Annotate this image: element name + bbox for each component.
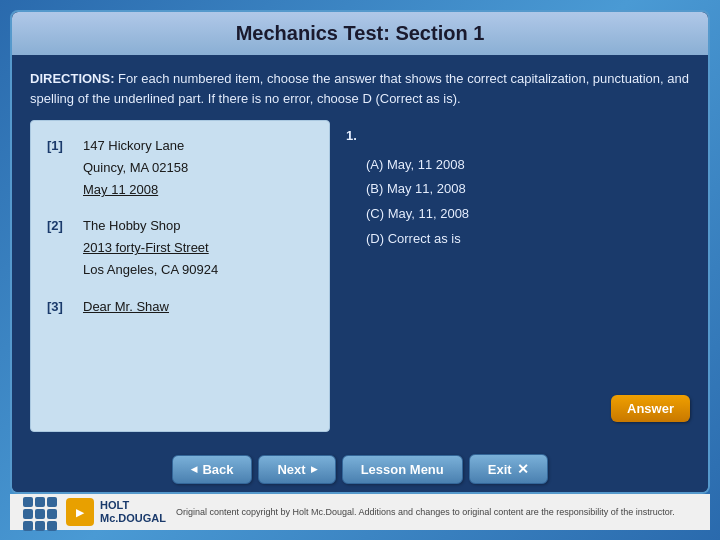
choice-a-text: May, 11 2008 — [387, 157, 465, 172]
item-1-content: 147 Hickory Lane Quincy, MA 02158 May 11… — [83, 135, 313, 201]
holt-logo: ▶ HOLT Mc.DOUGAL — [66, 498, 166, 526]
directions-body: For each numbered item, choose the answe… — [30, 71, 689, 106]
brand-name: HOLT — [100, 499, 166, 512]
item-2-row: [2] The Hobby Shop 2013 forty-First Stre… — [47, 215, 313, 281]
item-1-label: [1] — [47, 135, 83, 157]
brand-sub: Mc.DOUGAL — [100, 512, 166, 525]
choice-b-letter: (B) — [366, 181, 387, 196]
exit-label: Exit — [488, 462, 512, 477]
next-arrow-icon: ▸ — [311, 462, 317, 476]
nav-bar: ◂ Back Next ▸ Lesson Menu Exit ✕ — [12, 446, 708, 492]
choice-b: (B) May 11, 2008 — [346, 177, 690, 202]
letter-box: [1] 147 Hickory Lane Quincy, MA 02158 Ma… — [30, 120, 330, 432]
next-button[interactable]: Next ▸ — [258, 455, 335, 484]
lesson-menu-button[interactable]: Lesson Menu — [342, 455, 463, 484]
choice-d-text: Correct as is — [388, 231, 461, 246]
item-1-row: [1] 147 Hickory Lane Quincy, MA 02158 Ma… — [47, 135, 313, 201]
footer-bar: ▶ HOLT Mc.DOUGAL Original content copyri… — [10, 494, 710, 530]
app-wrapper: Mechanics Test: Section 1 DIRECTIONS: Fo… — [0, 0, 720, 540]
answer-button[interactable]: Answer — [611, 395, 690, 422]
item-2-label: [2] — [47, 215, 83, 237]
exit-button[interactable]: Exit ✕ — [469, 454, 548, 484]
item-2-line-2-underlined: 2013 forty-First Street — [83, 237, 313, 259]
item-3-line-1-underlined: Dear Mr. Shaw — [83, 296, 313, 318]
item-3-label: [3] — [47, 296, 83, 318]
title-bar: Mechanics Test: Section 1 — [12, 12, 708, 55]
item-2-line-3: Los Angeles, CA 90924 — [83, 259, 313, 281]
grid-icon — [20, 494, 56, 530]
choice-c-text: May, 11, 2008 — [388, 206, 469, 221]
choice-d: (D) Correct as is — [346, 227, 690, 252]
page-title: Mechanics Test: Section 1 — [32, 22, 688, 45]
answers-section: 1. (A) May, 11 2008 (B) May 11, 2008 (C)… — [346, 120, 690, 432]
next-label: Next — [277, 462, 305, 477]
item-3-content: Dear Mr. Shaw — [83, 296, 313, 318]
directions-text: DIRECTIONS: For each numbered item, choo… — [30, 69, 690, 108]
item-1-line-2: Quincy, MA 02158 — [83, 157, 313, 179]
back-arrow-icon: ◂ — [191, 462, 197, 476]
choice-b-text: May 11, 2008 — [387, 181, 466, 196]
choice-c: (C) May, 11, 2008 — [346, 202, 690, 227]
item-2-line-1: The Hobby Shop — [83, 215, 313, 237]
choice-a-letter: (A) — [366, 157, 387, 172]
choice-d-letter: (D) — [366, 231, 388, 246]
logo-text: HOLT Mc.DOUGAL — [100, 499, 166, 525]
question-section: [1] 147 Hickory Lane Quincy, MA 02158 Ma… — [30, 120, 690, 432]
main-container: Mechanics Test: Section 1 DIRECTIONS: Fo… — [10, 10, 710, 494]
item-3-row: [3] Dear Mr. Shaw — [47, 296, 313, 318]
copyright-text: Original content copyright by Holt Mc.Do… — [176, 507, 700, 517]
item-2-content: The Hobby Shop 2013 forty-First Street L… — [83, 215, 313, 281]
content-area: DIRECTIONS: For each numbered item, choo… — [12, 55, 708, 446]
item-1-line-3-underlined: May 11 2008 — [83, 179, 313, 201]
choice-c-letter: (C) — [366, 206, 388, 221]
exit-x-icon: ✕ — [517, 461, 529, 477]
back-label: Back — [202, 462, 233, 477]
directions-label: DIRECTIONS: — [30, 71, 115, 86]
choice-a: (A) May, 11 2008 — [346, 153, 690, 178]
back-button[interactable]: ◂ Back — [172, 455, 252, 484]
logo-icon: ▶ — [66, 498, 94, 526]
item-1-line-1: 147 Hickory Lane — [83, 135, 313, 157]
question-number: 1. — [346, 124, 690, 149]
